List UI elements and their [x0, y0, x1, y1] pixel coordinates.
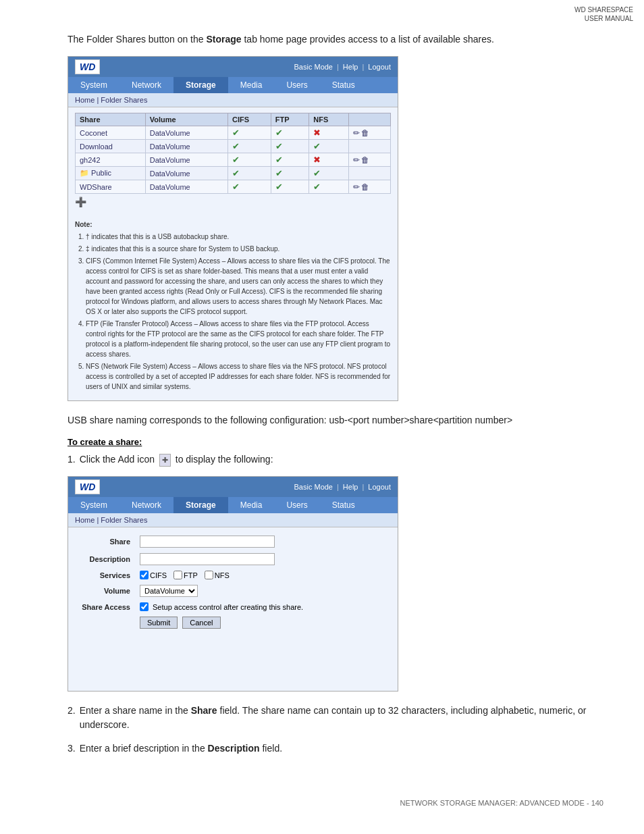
- volume-public: DataVolume: [145, 167, 227, 180]
- nav-network-2[interactable]: Network: [119, 497, 173, 513]
- step-2-text: 2. Enter a share name in the Share field…: [68, 704, 603, 732]
- help-link-1[interactable]: Help: [343, 63, 358, 71]
- help-link-2[interactable]: Help: [343, 483, 358, 491]
- note-item: ‡ indicates that this is a source share …: [86, 244, 391, 254]
- edit-icon-gh242[interactable]: ✏: [353, 155, 360, 165]
- breadcrumb-1: Home | Folder Shares: [68, 93, 398, 107]
- intro-text-before: The Folder Shares button on the: [68, 34, 206, 45]
- logout-link-2[interactable]: Logout: [368, 483, 391, 491]
- notes-title: Note:: [75, 219, 391, 230]
- volume-field-label: Volume: [75, 582, 136, 600]
- create-share-form: Share Description Services CIFS: [75, 533, 391, 631]
- share-link-coconet[interactable]: Coconet: [80, 129, 107, 137]
- add-share-icon[interactable]: ➕: [75, 197, 86, 207]
- header-line1: WD SHARESPACE: [11, 5, 633, 14]
- services-checkboxes: CIFS FTP NFS: [140, 571, 387, 579]
- delete-icon-wdshare[interactable]: 🗑: [361, 182, 369, 192]
- nfs-checkbox[interactable]: [205, 571, 213, 579]
- cifs-check-download: ✔: [232, 141, 240, 151]
- submit-button[interactable]: Submit: [140, 617, 178, 629]
- share-link-download[interactable]: Download: [80, 142, 113, 151]
- wd-logo-1: WD: [75, 59, 100, 74]
- ftp-check-gh242: ✔: [275, 155, 283, 165]
- panel2-bottom-space: [68, 637, 398, 691]
- nav-system-1[interactable]: System: [68, 77, 119, 93]
- ftp-check-public: ✔: [275, 168, 283, 178]
- nav-system-2[interactable]: System: [68, 497, 119, 513]
- cifs-check-coconet: ✔: [232, 128, 240, 138]
- delete-icon-coconet[interactable]: 🗑: [361, 128, 369, 138]
- form-row-services: Services CIFS FTP NFS: [75, 568, 391, 582]
- wd-topbar-links-1: Basic Mode | Help | Logout: [294, 63, 391, 71]
- step-1-num: 1.: [68, 452, 76, 467]
- sep-3: |: [337, 483, 339, 491]
- nfs-check-download: ✔: [313, 141, 321, 151]
- cifs-checkbox-label: CIFS: [140, 571, 167, 579]
- wd-logo-2: WD: [75, 479, 100, 494]
- table-row: 📁 Public DataVolume ✔ ✔ ✔: [76, 167, 391, 180]
- form-row-description: Description: [75, 550, 391, 568]
- share-access-checkbox[interactable]: [140, 602, 149, 611]
- content-area: The Folder Shares button on the Storage …: [0, 26, 644, 779]
- nfs-check-wdshare: ✔: [313, 182, 321, 192]
- ftp-check-wdshare: ✔: [275, 182, 283, 192]
- note-item: † indicates that this is a USB autobacku…: [86, 232, 391, 242]
- nav-users-1[interactable]: Users: [274, 77, 319, 93]
- table-row: WDShare DataVolume ✔ ✔ ✔ ✏ 🗑: [76, 180, 391, 194]
- col-share: Share: [76, 113, 146, 126]
- nfs-check-public: ✔: [313, 168, 321, 178]
- ftp-checkbox-label: FTP: [173, 571, 198, 579]
- shares-table: Share Volume CIFS FTP NFS Coconet DataVo…: [75, 113, 391, 194]
- form-area: Share Description Services CIFS: [68, 527, 398, 637]
- wd-panel-2: WD Basic Mode | Help | Logout System Net…: [68, 476, 398, 692]
- action-icons-coconet: ✏ 🗑: [353, 128, 386, 138]
- form-row-buttons: Submit Cancel: [75, 614, 391, 631]
- share-link-wdshare[interactable]: WDShare: [80, 183, 112, 191]
- col-cifs: CIFS: [227, 113, 271, 126]
- cifs-check-wdshare: ✔: [232, 182, 240, 192]
- logout-link-1[interactable]: Logout: [368, 63, 391, 71]
- ftp-check-download: ✔: [275, 141, 283, 151]
- col-actions: [348, 113, 390, 126]
- volume-download: DataVolume: [145, 140, 227, 153]
- share-link-public[interactable]: 📁 Public: [80, 169, 111, 177]
- add-icon-inline: ✚: [159, 454, 171, 467]
- action-icons-gh242: ✏ 🗑: [353, 155, 386, 165]
- step-1-text: 1. Click the Add icon ✚ to display the f…: [68, 452, 603, 467]
- nav-media-1[interactable]: Media: [228, 77, 275, 93]
- share-input[interactable]: [140, 536, 275, 548]
- cifs-checkbox[interactable]: [140, 571, 149, 579]
- note-item: NFS (Network File System) Access – Allow…: [86, 361, 391, 392]
- edit-icon-wdshare[interactable]: ✏: [353, 182, 360, 192]
- notes-list: † indicates that this is a USB autobacku…: [75, 232, 391, 392]
- nav-network-1[interactable]: Network: [119, 77, 173, 93]
- nav-users-2[interactable]: Users: [274, 497, 319, 513]
- cancel-button[interactable]: Cancel: [182, 617, 220, 629]
- nav-status-2[interactable]: Status: [320, 497, 367, 513]
- wd-topbar-2: WD Basic Mode | Help | Logout: [68, 477, 398, 497]
- description-input[interactable]: [140, 553, 275, 565]
- page-header: WD SHARESPACE USER MANUAL: [0, 0, 644, 26]
- step-2-content: Enter a share name in the Share field. T…: [80, 704, 603, 732]
- volume-select[interactable]: DataVolume: [140, 585, 198, 597]
- nav-storage-1[interactable]: Storage: [173, 77, 228, 93]
- wd-topbar-1: WD Basic Mode | Help | Logout: [68, 57, 398, 77]
- delete-icon-gh242[interactable]: 🗑: [361, 155, 369, 165]
- intro-bold: Storage: [206, 34, 241, 45]
- share-access-row: Setup access control after creating this…: [140, 602, 387, 611]
- edit-icon-coconet[interactable]: ✏: [353, 128, 360, 138]
- nav-storage-2[interactable]: Storage: [173, 497, 228, 513]
- ftp-checkbox[interactable]: [173, 571, 182, 579]
- nav-status-1[interactable]: Status: [320, 77, 367, 93]
- sep-2: |: [362, 63, 364, 71]
- sep-1: |: [337, 63, 339, 71]
- form-row-share-access: Share Access Setup access control after …: [75, 600, 391, 614]
- basic-mode-link-1[interactable]: Basic Mode: [294, 63, 333, 71]
- basic-mode-link-2[interactable]: Basic Mode: [294, 483, 333, 491]
- nav-media-2[interactable]: Media: [228, 497, 275, 513]
- share-access-label: Share Access: [75, 600, 136, 614]
- page-footer: NETWORK STORAGE MANAGER: ADVANCED MODE -…: [0, 785, 644, 814]
- share-link-gh242[interactable]: gh242: [80, 156, 101, 164]
- usb-naming-text: USB share naming corresponds to the foll…: [68, 413, 603, 427]
- table-row: gh242 DataVolume ✔ ✔ ✖ ✏ 🗑: [76, 153, 391, 167]
